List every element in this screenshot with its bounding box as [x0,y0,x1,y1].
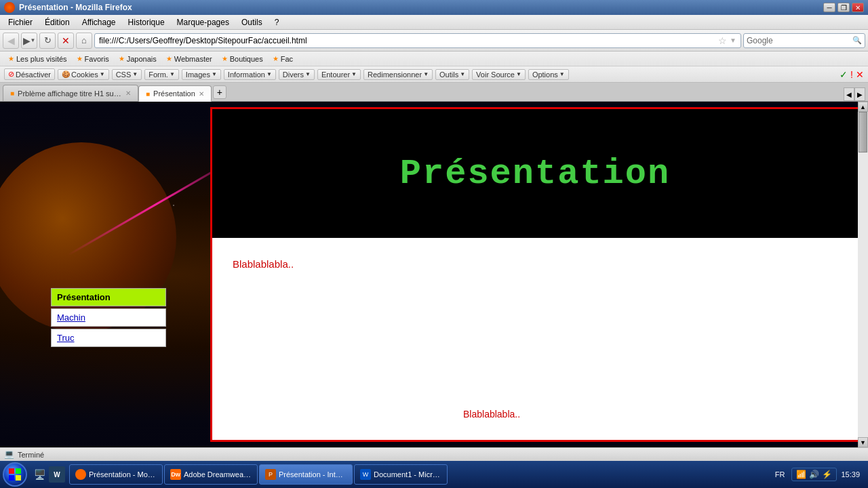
images-caret: ▼ [212,71,217,77]
tab1-close-button[interactable]: ✕ [125,89,131,97]
reload-button[interactable]: ↻ [39,33,56,49]
taskbar-ppt-label: Présentation - Inter... [279,470,347,479]
back-button[interactable]: ◀ [3,33,19,49]
dev-css-label: CSS [116,70,132,79]
menu-outils[interactable]: Outils [236,16,268,28]
taskbar-firefox-label: Présentation - Mozil... [89,470,157,479]
bookmark-visites[interactable]: ★ Les plus visités [4,54,71,64]
svg-rect-1 [16,468,21,474]
bookmark-star-icon[interactable]: ☆ [718,35,727,46]
menu-edition[interactable]: Édition [39,16,75,28]
bookmark-japonais[interactable]: ★ Japonais [115,54,161,64]
address-text: file:///C:/Users/Geoffrey/Desktop/Sitepo… [99,36,715,45]
dev-btn-divers[interactable]: Divers ▼ [279,69,315,80]
nav-bar: ◀ ▶ ▼ ↻ ✕ ⌂ file:///C:/Users/Geoffrey/De… [0,30,868,52]
main-content: Présentation Blablablabla.. Blablablabla… [212,109,858,440]
minimize-button[interactable]: ─ [823,3,835,12]
outils-caret: ▼ [460,71,465,77]
menu-help[interactable]: ? [269,16,285,28]
status-text: Terminé [18,451,44,459]
tab2-label: Présentation [153,89,195,98]
taskbar-word-icon: W [360,469,371,480]
windows-logo [8,468,22,481]
dev-btn-form[interactable]: Form. ▼ [144,69,179,80]
bookmark-boutiques-icon: ★ [222,55,228,62]
menu-historique[interactable]: Historique [123,16,170,28]
search-icon[interactable]: 🔍 [852,36,862,45]
menu-fichier[interactable]: Fichier [3,16,38,28]
dev-information-label: Information [228,70,265,79]
menu-marque-pages[interactable]: Marque-pages [172,16,235,28]
taskbar-item-dreamweaver[interactable]: Dw Adobe Dreamweave... [164,464,258,485]
information-caret: ▼ [267,71,272,77]
system-tray: 📶 🔊 ⚡ [791,468,837,481]
dev-status-icons: ✓ ! ✕ [840,69,864,80]
scroll-track[interactable] [858,112,868,437]
home-button[interactable]: ⌂ [76,33,92,49]
bookmark-favoris[interactable]: ★ Favoris [73,54,113,64]
stop-button[interactable]: ✕ [58,33,74,49]
restore-button[interactable]: ❒ [837,3,850,12]
address-bar[interactable]: file:///C:/Users/Geoffrey/Desktop/Sitepo… [94,33,741,48]
browser-window: Présentation - Mozilla Firefox ─ ❒ ✕ Fic… [0,0,868,488]
taskbar-item-presentation[interactable]: P Présentation - Inter... [259,464,353,485]
options-caret: ▼ [559,71,565,77]
dev-voir-source-label: Voir Source [476,70,515,79]
bookmark-boutiques[interactable]: ★ Boutiques [218,54,267,64]
bookmark-visites-label: Les plus visités [16,55,67,63]
nav-presentation[interactable]: Présentation [51,288,166,306]
network-icon: 📶 [796,470,806,479]
forward-button[interactable]: ▶ [23,35,31,46]
address-dropdown-icon[interactable]: ▼ [730,37,736,44]
dev-btn-images[interactable]: Images ▼ [182,69,221,80]
taskbar-quick-icon-2[interactable]: W [49,466,65,483]
scroll-thumb[interactable] [859,112,867,152]
bookmark-fac[interactable]: ★ Fac [269,54,297,64]
taskbar-dw-icon: Dw [170,469,181,480]
tab2-close-button[interactable]: ✕ [199,90,204,98]
dev-btn-entourer[interactable]: Entourer ▼ [317,69,361,80]
search-bar[interactable]: Google 🔍 [743,33,865,48]
menu-affichage[interactable]: Affichage [77,16,121,28]
close-button[interactable]: ✕ [852,3,864,12]
tab-1[interactable]: ■ Prblème affichage titre H1 sur IE - A.… [3,85,138,101]
bookmark-fac-icon: ★ [273,55,279,62]
taskbar-word-label: Document1 - Micro... [374,470,441,479]
sidebar-navigation: Présentation Machin Truc [51,288,166,349]
taskbar-dw-label: Adobe Dreamweave... [184,470,252,479]
taskbar-quick-icon-1[interactable]: 🖥️ [31,466,47,483]
tab-scroll-left[interactable]: ◀ [844,87,854,101]
taskbar-item-word[interactable]: W Document1 - Micro... [354,464,448,485]
nav-machin[interactable]: Machin [51,308,166,327]
dev-btn-css[interactable]: CSS ▼ [112,69,142,80]
site-header: Présentation [212,109,858,238]
bookmark-webmaster-label: Webmaster [174,55,212,63]
bookmark-boutiques-label: Boutiques [230,55,263,63]
lang-indicator: FR [775,470,785,479]
nav-truc[interactable]: Truc [51,329,166,347]
scroll-down-button[interactable]: ▼ [858,437,868,447]
tab1-icon: ■ [10,89,14,97]
scroll-up-button[interactable]: ▲ [858,102,868,112]
dev-valid-icon: ✓ [840,69,848,80]
start-button[interactable] [3,462,27,487]
tab-2[interactable]: ■ Présentation ✕ [138,85,212,102]
new-tab-button[interactable]: + [213,85,226,99]
tab-scroll-right[interactable]: ▶ [854,87,865,101]
dev-btn-outils[interactable]: Outils ▼ [435,69,469,80]
dev-btn-information[interactable]: Information ▼ [224,69,276,80]
bookmark-webmaster[interactable]: ★ Webmaster [162,54,216,64]
cookies-caret: ▼ [100,71,105,77]
bookmark-japonais-icon: ★ [119,55,125,62]
bookmark-webmaster-icon: ★ [166,55,172,62]
dev-btn-cookies[interactable]: 🍪 Cookies ▼ [58,69,109,80]
clock-time: 15:39 [841,470,860,479]
page-area: Présentation Machin Truc Présentation Bl… [0,102,868,447]
taskbar-quick-apps: 🖥️ W [31,466,65,483]
site-title: Présentation [400,154,670,194]
taskbar-item-firefox[interactable]: Présentation - Mozil... [69,464,163,485]
dev-btn-options[interactable]: Options ▼ [528,69,569,80]
dev-btn-voir-source[interactable]: Voir Source ▼ [472,69,526,80]
dev-btn-redimensionner[interactable]: Redimensionner ▼ [363,69,433,80]
dev-btn-desactiver[interactable]: ⊘ Désactiver [4,68,55,80]
